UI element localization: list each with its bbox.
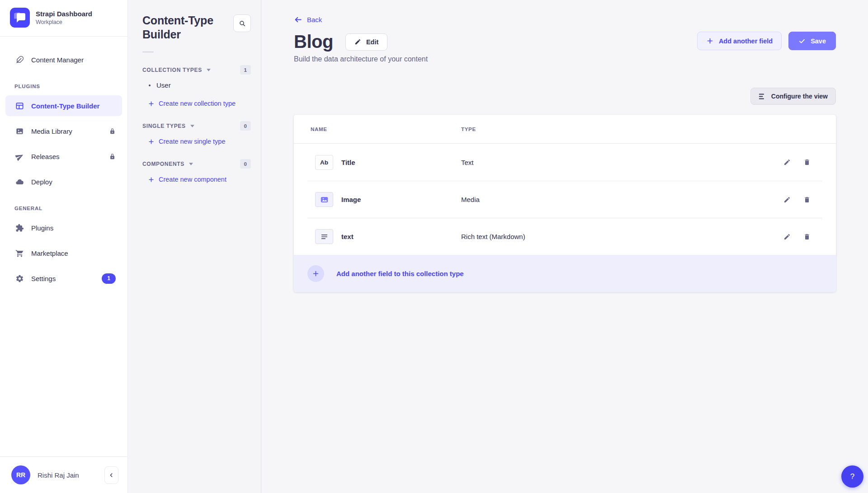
add-field-to-collection-row[interactable]: Add another field to this collection typ… bbox=[294, 255, 836, 292]
edit-pencil-icon bbox=[354, 38, 361, 45]
collection-type-item-user[interactable]: User bbox=[142, 75, 251, 93]
sidebar-section-general: GENERAL bbox=[5, 197, 122, 217]
paper-plane-icon bbox=[14, 152, 24, 161]
add-another-field-button[interactable]: Add another field bbox=[697, 32, 782, 50]
table-row[interactable]: Image Media bbox=[307, 181, 822, 218]
chevron-left-icon bbox=[108, 472, 114, 478]
subnav-title: Content-Type Builder bbox=[142, 14, 215, 42]
create-collection-type-link[interactable]: Create new collection type bbox=[142, 93, 251, 109]
create-single-type-link[interactable]: Create new single type bbox=[142, 131, 251, 147]
gear-icon bbox=[14, 274, 24, 283]
field-type: Rich text (Markdown) bbox=[461, 233, 525, 240]
picture-icon bbox=[14, 127, 24, 136]
sidebar-item-releases[interactable]: Releases bbox=[5, 146, 122, 167]
sidebar-section-plugins: PLUGINS bbox=[5, 75, 122, 95]
chevron-down-icon bbox=[189, 162, 193, 166]
field-type: Media bbox=[461, 196, 480, 203]
lock-icon bbox=[109, 128, 116, 135]
edit-field-button[interactable] bbox=[783, 233, 791, 240]
help-button[interactable]: ? bbox=[841, 465, 863, 488]
richtext-field-icon bbox=[315, 229, 333, 244]
page-subtitle: Build the data architecture of your cont… bbox=[294, 55, 836, 63]
create-component-link[interactable]: Create new component bbox=[142, 169, 251, 185]
field-name: Image bbox=[341, 196, 461, 203]
configure-view-label: Configure the view bbox=[771, 93, 828, 100]
sidebar-item-label: Media Library bbox=[31, 127, 72, 135]
search-button[interactable] bbox=[233, 14, 251, 32]
layout-grid-icon bbox=[14, 102, 24, 110]
save-button[interactable]: Save bbox=[788, 32, 836, 50]
add-field-to-collection-label: Add another field to this collection typ… bbox=[336, 270, 464, 277]
field-name: text bbox=[341, 233, 461, 240]
sidebar-item-media-library[interactable]: Media Library bbox=[5, 121, 122, 141]
sidebar-item-settings[interactable]: Settings 1 bbox=[5, 268, 122, 289]
edit-button[interactable]: Edit bbox=[345, 33, 387, 51]
section-collection-types[interactable]: COLLECTION TYPES 1 bbox=[142, 65, 251, 75]
check-icon bbox=[798, 38, 806, 45]
collection-types-count: 1 bbox=[240, 65, 251, 75]
sidebar-item-plugins[interactable]: Plugins bbox=[5, 217, 122, 238]
plus-icon bbox=[148, 138, 155, 145]
section-label: COLLECTION TYPES bbox=[142, 67, 202, 73]
delete-field-button[interactable] bbox=[803, 196, 811, 203]
workspace-brand[interactable]: Strapi Dashboard Workplace bbox=[0, 0, 127, 36]
puzzle-icon bbox=[14, 224, 24, 232]
back-label: Back bbox=[307, 16, 322, 23]
edit-field-button[interactable] bbox=[783, 159, 791, 166]
main-sidebar: Strapi Dashboard Workplace Content Manag… bbox=[0, 0, 128, 493]
section-single-types[interactable]: SINGLE TYPES 0 bbox=[142, 121, 251, 131]
sidebar-collapse-button[interactable] bbox=[104, 466, 118, 484]
trash-icon bbox=[803, 196, 811, 203]
cloud-icon bbox=[14, 178, 24, 186]
sidebar-item-label: Content Manager bbox=[31, 56, 84, 64]
sidebar-item-label: Deploy bbox=[31, 178, 52, 186]
lock-icon bbox=[109, 153, 116, 160]
edit-pencil-icon bbox=[783, 233, 791, 240]
sidebar-item-marketplace[interactable]: Marketplace bbox=[5, 243, 122, 263]
section-label: SINGLE TYPES bbox=[142, 123, 186, 129]
field-name: Title bbox=[341, 159, 461, 166]
create-link-label: Create new component bbox=[159, 176, 226, 183]
page-title: Blog bbox=[294, 32, 333, 52]
sidebar-item-label: Marketplace bbox=[31, 249, 68, 257]
trash-icon bbox=[803, 233, 811, 240]
delete-field-button[interactable] bbox=[803, 159, 811, 166]
chevron-down-icon bbox=[206, 68, 211, 72]
edit-field-button[interactable] bbox=[783, 196, 791, 203]
sidebar-item-content-type-builder[interactable]: Content-Type Builder bbox=[5, 95, 122, 116]
edit-pencil-icon bbox=[783, 196, 791, 203]
plus-icon bbox=[148, 100, 155, 107]
collection-type-label: User bbox=[156, 81, 171, 89]
single-types-count: 0 bbox=[240, 121, 251, 131]
user-name: Rishi Raj Jain bbox=[38, 471, 79, 479]
table-row[interactable]: Ab Title Text bbox=[307, 144, 822, 181]
sidebar-item-deploy[interactable]: Deploy bbox=[5, 171, 122, 192]
edit-pencil-icon bbox=[783, 159, 791, 166]
settings-notification-badge: 1 bbox=[102, 273, 116, 284]
delete-field-button[interactable] bbox=[803, 233, 811, 240]
field-type: Text bbox=[461, 159, 474, 166]
feather-pen-icon bbox=[14, 56, 24, 64]
plus-icon bbox=[148, 176, 155, 183]
user-profile-row[interactable]: RR Rishi Raj Jain bbox=[0, 456, 127, 493]
sidebar-item-label: Settings bbox=[31, 275, 56, 282]
workspace-subtitle: Workplace bbox=[36, 19, 92, 25]
back-link[interactable]: Back bbox=[294, 15, 322, 24]
configure-view-button[interactable]: Configure the view bbox=[750, 88, 836, 105]
section-label: COMPONENTS bbox=[142, 161, 184, 167]
edit-label: Edit bbox=[366, 38, 378, 46]
sidebar-item-content-manager[interactable]: Content Manager bbox=[5, 49, 122, 70]
column-header-name: NAME bbox=[311, 127, 461, 132]
create-link-label: Create new collection type bbox=[159, 100, 236, 107]
section-components[interactable]: COMPONENTS 0 bbox=[142, 159, 251, 169]
divider bbox=[142, 52, 154, 52]
fields-table: NAME TYPE Ab Title Text Image Media bbox=[294, 115, 836, 292]
settings-lines-icon bbox=[759, 93, 766, 100]
table-row[interactable]: text Rich text (Markdown) bbox=[307, 218, 822, 255]
trash-icon bbox=[803, 159, 811, 166]
add-field-label: Add another field bbox=[719, 38, 773, 45]
avatar: RR bbox=[11, 465, 30, 484]
save-label: Save bbox=[811, 38, 826, 45]
chevron-down-icon bbox=[190, 124, 195, 128]
create-link-label: Create new single type bbox=[159, 138, 226, 145]
